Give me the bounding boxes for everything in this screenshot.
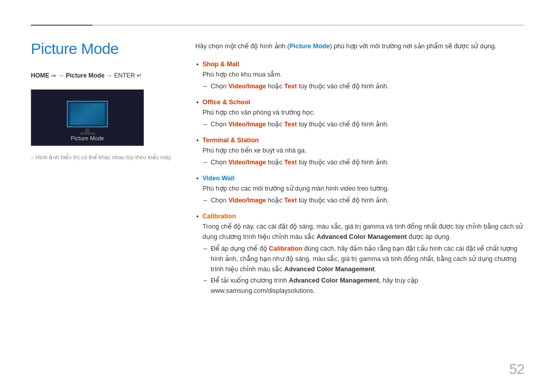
section-shop-mall: Shop & Mall Phù hợp cho khu mua sắm. Chọ… <box>195 61 524 91</box>
highlight-calibration-inline: Calibration <box>269 245 302 252</box>
nav-arrow: ⇒ → <box>51 72 66 79</box>
section-video-wall: Video Wall Phù hợp cho các môi trường sử… <box>195 175 524 206</box>
sub-list-video-wall: Chọn Video/Image hoặc Text tùy thuộc vào… <box>202 195 524 206</box>
section-desc-office-school: Phù hợp cho văn phòng và trường học. <box>202 107 524 118</box>
highlight-video-image-4: Video/Image <box>228 197 266 204</box>
right-column: Hãy chọn một chế độ hình ảnh (Picture Mo… <box>195 40 524 371</box>
left-column: Picture Mode HOME ⇒ → Picture Mode → ENT… <box>31 40 175 371</box>
top-rule <box>31 25 524 26</box>
section-desc-video-wall: Phù hợp cho các môi trường sử dụng màn h… <box>202 183 524 194</box>
section-calibration: Calibration Trong chế độ này, các cài đặ… <box>195 213 524 296</box>
highlight-text-4: Text <box>284 197 297 204</box>
intro-after: ) phù hợp với môi trường nơi sản phẩm sẽ… <box>330 43 497 50</box>
page-title: Picture Mode <box>31 40 175 58</box>
sub-item-shop-mall-1: Chọn Video/Image hoặc Text tùy thuộc vào… <box>202 81 524 91</box>
section-title-shop-mall: Shop & Mall <box>202 61 524 68</box>
nav-arrow2: → ENTER <box>106 72 137 79</box>
section-title-terminal-station: Terminal & Station <box>202 137 524 144</box>
intro-text: Hãy chọn một chế độ hình ảnh (Picture Mo… <box>195 41 524 51</box>
section-title-office-school: Office & School <box>202 99 524 106</box>
sub-list-calibration: Để áp dụng chế độ Calibration đúng cách,… <box>202 244 524 296</box>
section-desc-terminal-station: Phù hợp cho bến xe buýt và nhà ga. <box>202 145 524 156</box>
intro-before: Hãy chọn một chế độ hình ảnh ( <box>195 43 289 50</box>
section-desc-shop-mall: Phù hợp cho khu mua sắm. <box>202 69 524 80</box>
page-number: 52 <box>509 361 524 378</box>
monitor-screen <box>70 103 105 125</box>
sub-item-terminal-station-1: Chọn Video/Image hoặc Text tùy thuộc vào… <box>202 157 524 167</box>
note-text: Hình ảnh hiển thị có thể khác nhau tùy t… <box>31 153 175 162</box>
highlight-text: Text <box>284 83 297 90</box>
sub-list-terminal-station: Chọn Video/Image hoặc Text tùy thuộc vào… <box>202 157 524 167</box>
section-title-video-wall: Video Wall <box>202 175 524 182</box>
highlight-text-2: Text <box>284 121 297 128</box>
sub-item-video-wall-1: Chọn Video/Image hoặc Text tùy thuộc vào… <box>202 195 524 206</box>
highlight-acm-2: Advanced Color Management <box>284 266 375 273</box>
preview-label: Picture Mode <box>31 135 143 141</box>
sub-list-office-school: Chọn Video/Image hoặc Text tùy thuộc vào… <box>202 119 524 129</box>
preview-box: Picture Mode <box>31 89 144 146</box>
preview-monitor <box>67 101 108 127</box>
content-row: Picture Mode HOME ⇒ → Picture Mode → ENT… <box>31 40 524 371</box>
sub-item-office-school-1: Chọn Video/Image hoặc Text tùy thuộc vào… <box>202 119 524 129</box>
highlight-text-3: Text <box>284 159 297 166</box>
section-terminal-station: Terminal & Station Phù hợp cho bến xe bu… <box>195 137 524 167</box>
section-desc-calibration: Trong chế độ này, các cài đặt độ sáng, m… <box>202 221 524 242</box>
highlight-video-image-2: Video/Image <box>228 121 266 128</box>
highlight-video-image: Video/Image <box>228 83 266 90</box>
section-title-calibration: Calibration <box>202 213 524 220</box>
sub-list-shop-mall: Chọn Video/Image hoặc Text tùy thuộc vào… <box>202 81 524 91</box>
highlight-acm-1: Advanced Color Management <box>317 233 407 240</box>
highlight-video-image-3: Video/Image <box>228 159 266 166</box>
nav-enter-icon: ↵ <box>137 72 142 79</box>
section-list: Shop & Mall Phù hợp cho khu mua sắm. Chọ… <box>195 61 524 296</box>
nav-path: HOME ⇒ → Picture Mode → ENTER ↵ <box>31 72 175 79</box>
page-container: Picture Mode HOME ⇒ → Picture Mode → ENT… <box>0 0 555 392</box>
nav-picture-mode: Picture Mode <box>66 72 104 79</box>
section-office-school: Office & School Phù hợp cho văn phòng và… <box>195 99 524 129</box>
highlight-acm-3: Advanced Color Management <box>289 277 379 284</box>
sub-item-calibration-2: Để tải xuống chương trình Advanced Color… <box>202 275 524 296</box>
intro-highlight: Picture Mode <box>289 43 330 50</box>
sub-item-calibration-1: Để áp dụng chế độ Calibration đúng cách,… <box>202 244 524 274</box>
nav-home: HOME <box>31 72 49 79</box>
